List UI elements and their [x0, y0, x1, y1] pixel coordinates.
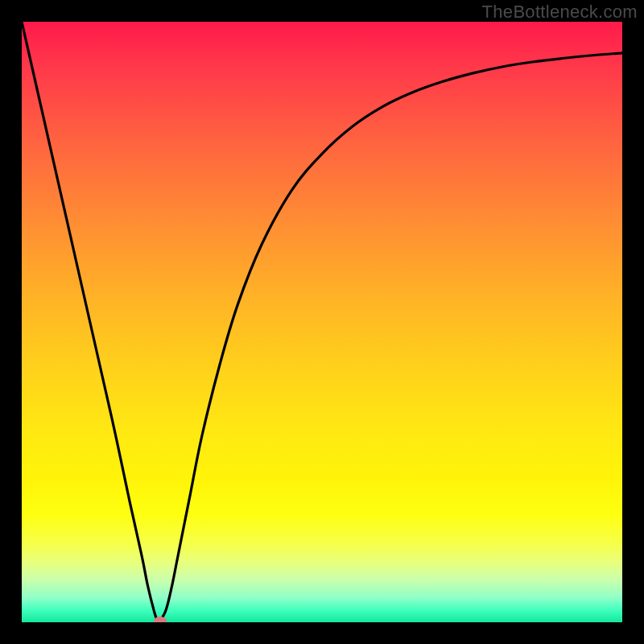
chart-frame: TheBottleneck.com — [0, 0, 644, 644]
plot-area — [22, 22, 622, 622]
optimal-point-marker — [154, 617, 167, 622]
curve-svg — [22, 22, 622, 622]
bottleneck-curve — [22, 22, 622, 621]
watermark-text: TheBottleneck.com — [482, 2, 638, 23]
